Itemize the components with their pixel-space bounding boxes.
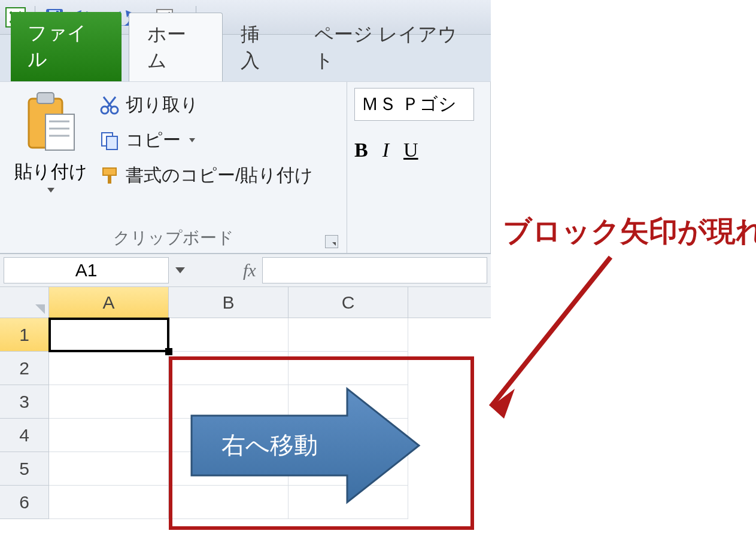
cell-a5[interactable] <box>49 452 169 486</box>
col-header-b[interactable]: B <box>169 287 289 318</box>
row-header-3[interactable]: 3 <box>0 385 49 419</box>
column-headers: A B C <box>0 287 491 318</box>
fill-handle[interactable] <box>165 348 172 355</box>
formula-input[interactable] <box>262 257 487 283</box>
row-header-2[interactable]: 2 <box>0 352 49 385</box>
format-painter-label: 書式のコピー/貼り付け <box>126 163 313 188</box>
select-all-corner[interactable] <box>0 287 49 318</box>
svg-rect-7 <box>37 93 54 103</box>
scissors-icon <box>99 95 120 115</box>
format-painter-button[interactable]: 書式のコピー/貼り付け <box>99 163 313 188</box>
tab-insert[interactable]: 挿入 <box>223 13 296 81</box>
formula-bar: A1 fx <box>0 254 491 287</box>
tab-home[interactable]: ホーム <box>129 13 223 81</box>
tab-page-layout[interactable]: ページ レイアウト <box>296 13 491 81</box>
cut-label: 切り取り <box>126 93 199 117</box>
italic-button[interactable]: I <box>382 139 389 161</box>
copy-label: コピー <box>126 128 181 152</box>
cell-a4[interactable] <box>49 419 169 452</box>
paste-label: 貼り付け <box>14 160 87 184</box>
paste-icon <box>24 90 78 156</box>
copy-icon <box>99 130 120 151</box>
annotation-arrow-icon <box>473 251 629 431</box>
copy-button[interactable]: コピー <box>99 128 313 152</box>
svg-rect-17 <box>108 175 111 184</box>
dialog-launcher-icon[interactable] <box>325 235 338 248</box>
ribbon: 貼り付け 切り取り コピー 書式のコピー/貼り付け <box>0 81 491 254</box>
col-header-a[interactable]: A <box>49 287 169 318</box>
annotation-label: ブロック矢印が現れる <box>503 212 756 251</box>
tab-file[interactable]: ファイル <box>11 12 122 81</box>
name-box-value: A1 <box>75 260 98 280</box>
clipboard-group-label: クリップボード <box>6 223 341 251</box>
col-header-c[interactable]: C <box>289 287 408 318</box>
font-name-select[interactable]: ＭＳ Ｐゴシ <box>354 88 474 121</box>
cell-a2[interactable] <box>49 352 169 385</box>
cell-a6[interactable] <box>49 486 169 519</box>
cell-c1[interactable] <box>289 318 408 352</box>
paste-dropdown-icon[interactable] <box>47 188 54 193</box>
svg-rect-8 <box>45 114 74 150</box>
svg-rect-15 <box>107 136 117 150</box>
row-header-6[interactable]: 6 <box>0 486 49 519</box>
annotation-highlight-box <box>169 356 474 530</box>
clipboard-group: 貼り付け 切り取り コピー 書式のコピー/貼り付け <box>0 82 347 253</box>
name-box-dropdown-icon[interactable] <box>175 267 185 273</box>
name-box[interactable]: A1 <box>4 257 169 283</box>
cut-button[interactable]: 切り取り <box>99 93 313 117</box>
paste-button[interactable]: 貼り付け <box>6 87 96 223</box>
row-header-5[interactable]: 5 <box>0 452 49 486</box>
bold-button[interactable]: B <box>354 139 368 161</box>
fx-icon[interactable]: fx <box>243 260 256 280</box>
svg-line-18 <box>491 257 611 407</box>
table-row: 1 <box>0 318 491 352</box>
ribbon-tabs: ファイル ホーム 挿入 ページ レイアウト <box>0 35 491 81</box>
underline-button[interactable]: U <box>403 139 418 161</box>
paintbrush-icon <box>99 166 120 186</box>
row-header-1[interactable]: 1 <box>0 318 49 352</box>
font-group: ＭＳ Ｐゴシ B I U <box>347 82 491 253</box>
clipboard-list: 切り取り コピー 書式のコピー/貼り付け <box>96 87 318 223</box>
row-header-4[interactable]: 4 <box>0 419 49 452</box>
cell-b1[interactable] <box>169 318 289 352</box>
cell-a3[interactable] <box>49 385 169 419</box>
svg-rect-16 <box>103 168 116 175</box>
copy-dropdown-icon[interactable] <box>189 138 195 142</box>
cell-a1[interactable] <box>49 318 169 352</box>
